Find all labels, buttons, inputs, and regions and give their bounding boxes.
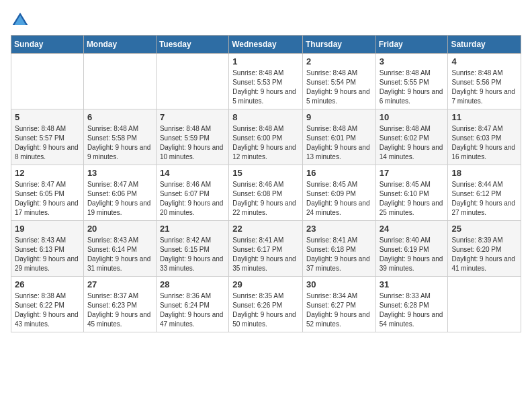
day-info: Sunrise: 8:41 AM Sunset: 6:17 PM Dayligh…: [232, 236, 299, 273]
day-number: 15: [232, 168, 299, 178]
calendar-cell: 18Sunrise: 8:44 AM Sunset: 6:12 PM Dayli…: [448, 165, 521, 221]
day-number: 7: [160, 112, 225, 122]
day-number: 23: [306, 224, 372, 234]
calendar-cell: 17Sunrise: 8:45 AM Sunset: 6:10 PM Dayli…: [375, 165, 448, 221]
calendar-cell: 22Sunrise: 8:41 AM Sunset: 6:17 PM Dayli…: [229, 221, 303, 277]
day-number: 20: [87, 224, 152, 234]
day-number: 3: [380, 56, 445, 66]
day-info: Sunrise: 8:33 AM Sunset: 6:28 PM Dayligh…: [380, 291, 445, 329]
calendar-cell: 15Sunrise: 8:46 AM Sunset: 6:08 PM Dayli…: [229, 165, 303, 221]
day-info: Sunrise: 8:46 AM Sunset: 6:08 PM Dayligh…: [232, 180, 299, 218]
day-number: 8: [232, 112, 299, 122]
day-info: Sunrise: 8:48 AM Sunset: 5:55 PM Dayligh…: [380, 68, 445, 106]
day-number: 19: [15, 224, 80, 234]
day-info: Sunrise: 8:41 AM Sunset: 6:18 PM Dayligh…: [306, 236, 372, 273]
day-number: 2: [306, 56, 372, 66]
day-info: Sunrise: 8:48 AM Sunset: 5:58 PM Dayligh…: [87, 124, 152, 162]
day-info: Sunrise: 8:45 AM Sunset: 6:10 PM Dayligh…: [380, 180, 445, 218]
header-saturday: Saturday: [448, 36, 521, 54]
calendar-cell: 5Sunrise: 8:48 AM Sunset: 5:57 PM Daylig…: [11, 109, 84, 165]
day-number: 4: [451, 56, 517, 66]
calendar-cell: 24Sunrise: 8:40 AM Sunset: 6:19 PM Dayli…: [375, 221, 448, 277]
calendar-cell: 1Sunrise: 8:48 AM Sunset: 5:53 PM Daylig…: [229, 54, 303, 109]
header-sunday: Sunday: [11, 36, 84, 54]
day-info: Sunrise: 8:48 AM Sunset: 5:54 PM Dayligh…: [306, 68, 372, 106]
calendar-cell: 11Sunrise: 8:47 AM Sunset: 6:03 PM Dayli…: [448, 109, 521, 165]
week-row-0: 1Sunrise: 8:48 AM Sunset: 5:53 PM Daylig…: [11, 54, 521, 109]
day-number: 25: [451, 224, 517, 234]
day-number: 22: [232, 224, 299, 234]
calendar-cell: 25Sunrise: 8:39 AM Sunset: 6:20 PM Dayli…: [448, 221, 521, 277]
calendar-body: 1Sunrise: 8:48 AM Sunset: 5:53 PM Daylig…: [11, 54, 521, 332]
calendar-cell: 10Sunrise: 8:48 AM Sunset: 6:02 PM Dayli…: [375, 109, 448, 165]
calendar-cell: 30Sunrise: 8:34 AM Sunset: 6:27 PM Dayli…: [302, 277, 375, 332]
week-row-2: 12Sunrise: 8:47 AM Sunset: 6:05 PM Dayli…: [11, 165, 521, 221]
logo-icon: [11, 11, 30, 30]
calendar-cell: 26Sunrise: 8:38 AM Sunset: 6:22 PM Dayli…: [11, 277, 84, 332]
day-number: 31: [380, 279, 445, 289]
day-number: 29: [232, 279, 299, 289]
calendar-cell: 3Sunrise: 8:48 AM Sunset: 5:55 PM Daylig…: [375, 54, 448, 109]
day-info: Sunrise: 8:48 AM Sunset: 5:57 PM Dayligh…: [15, 124, 80, 162]
day-info: Sunrise: 8:35 AM Sunset: 6:26 PM Dayligh…: [232, 291, 299, 329]
header-wednesday: Wednesday: [229, 36, 303, 54]
calendar-cell: 12Sunrise: 8:47 AM Sunset: 6:05 PM Dayli…: [11, 165, 84, 221]
day-info: Sunrise: 8:43 AM Sunset: 6:13 PM Dayligh…: [15, 236, 80, 273]
day-number: 21: [160, 224, 225, 234]
day-info: Sunrise: 8:47 AM Sunset: 6:06 PM Dayligh…: [87, 180, 152, 218]
day-number: 30: [306, 279, 372, 289]
calendar-cell: [83, 54, 156, 109]
day-number: 24: [380, 224, 445, 234]
header-monday: Monday: [83, 36, 156, 54]
calendar-cell: 23Sunrise: 8:41 AM Sunset: 6:18 PM Dayli…: [302, 221, 375, 277]
day-info: Sunrise: 8:34 AM Sunset: 6:27 PM Dayligh…: [306, 291, 372, 329]
calendar-cell: 19Sunrise: 8:43 AM Sunset: 6:13 PM Dayli…: [11, 221, 84, 277]
week-row-1: 5Sunrise: 8:48 AM Sunset: 5:57 PM Daylig…: [11, 109, 521, 165]
calendar-cell: [448, 277, 521, 332]
day-info: Sunrise: 8:44 AM Sunset: 6:12 PM Dayligh…: [451, 180, 517, 218]
day-info: Sunrise: 8:48 AM Sunset: 6:00 PM Dayligh…: [232, 124, 299, 162]
page-header: [11, 11, 521, 30]
day-info: Sunrise: 8:48 AM Sunset: 5:53 PM Dayligh…: [232, 68, 299, 106]
header-tuesday: Tuesday: [156, 36, 228, 54]
calendar-cell: 2Sunrise: 8:48 AM Sunset: 5:54 PM Daylig…: [302, 54, 375, 109]
day-number: 1: [232, 56, 299, 66]
calendar-cell: 7Sunrise: 8:48 AM Sunset: 5:59 PM Daylig…: [156, 109, 228, 165]
day-number: 9: [306, 112, 372, 122]
day-number: 26: [15, 279, 80, 289]
day-info: Sunrise: 8:46 AM Sunset: 6:07 PM Dayligh…: [160, 180, 225, 218]
day-info: Sunrise: 8:47 AM Sunset: 6:05 PM Dayligh…: [15, 180, 80, 218]
calendar-cell: 8Sunrise: 8:48 AM Sunset: 6:00 PM Daylig…: [229, 109, 303, 165]
calendar-table: SundayMondayTuesdayWednesdayThursdayFrid…: [11, 35, 521, 332]
day-info: Sunrise: 8:45 AM Sunset: 6:09 PM Dayligh…: [306, 180, 372, 218]
day-info: Sunrise: 8:48 AM Sunset: 5:59 PM Dayligh…: [160, 124, 225, 162]
week-row-3: 19Sunrise: 8:43 AM Sunset: 6:13 PM Dayli…: [11, 221, 521, 277]
day-number: 6: [87, 112, 152, 122]
calendar-cell: 6Sunrise: 8:48 AM Sunset: 5:58 PM Daylig…: [83, 109, 156, 165]
calendar-cell: 27Sunrise: 8:37 AM Sunset: 6:23 PM Dayli…: [83, 277, 156, 332]
day-info: Sunrise: 8:39 AM Sunset: 6:20 PM Dayligh…: [451, 236, 517, 273]
day-number: 5: [15, 112, 80, 122]
header-thursday: Thursday: [302, 36, 375, 54]
day-info: Sunrise: 8:37 AM Sunset: 6:23 PM Dayligh…: [87, 291, 152, 329]
day-info: Sunrise: 8:40 AM Sunset: 6:19 PM Dayligh…: [380, 236, 445, 273]
header-row: SundayMondayTuesdayWednesdayThursdayFrid…: [11, 36, 521, 54]
day-number: 13: [87, 168, 152, 178]
day-info: Sunrise: 8:48 AM Sunset: 6:01 PM Dayligh…: [306, 124, 372, 162]
calendar-cell: 20Sunrise: 8:43 AM Sunset: 6:14 PM Dayli…: [83, 221, 156, 277]
day-number: 17: [380, 168, 445, 178]
day-number: 27: [87, 279, 152, 289]
day-info: Sunrise: 8:42 AM Sunset: 6:15 PM Dayligh…: [160, 236, 225, 273]
day-number: 16: [306, 168, 372, 178]
calendar-cell: 16Sunrise: 8:45 AM Sunset: 6:09 PM Dayli…: [302, 165, 375, 221]
day-number: 28: [160, 279, 225, 289]
calendar-cell: 13Sunrise: 8:47 AM Sunset: 6:06 PM Dayli…: [83, 165, 156, 221]
calendar-cell: 14Sunrise: 8:46 AM Sunset: 6:07 PM Dayli…: [156, 165, 228, 221]
day-number: 11: [451, 112, 517, 122]
day-number: 18: [451, 168, 517, 178]
logo: [11, 11, 32, 30]
calendar-cell: [156, 54, 228, 109]
week-row-4: 26Sunrise: 8:38 AM Sunset: 6:22 PM Dayli…: [11, 277, 521, 332]
day-info: Sunrise: 8:48 AM Sunset: 5:56 PM Dayligh…: [451, 68, 517, 106]
calendar-cell: 28Sunrise: 8:36 AM Sunset: 6:24 PM Dayli…: [156, 277, 228, 332]
